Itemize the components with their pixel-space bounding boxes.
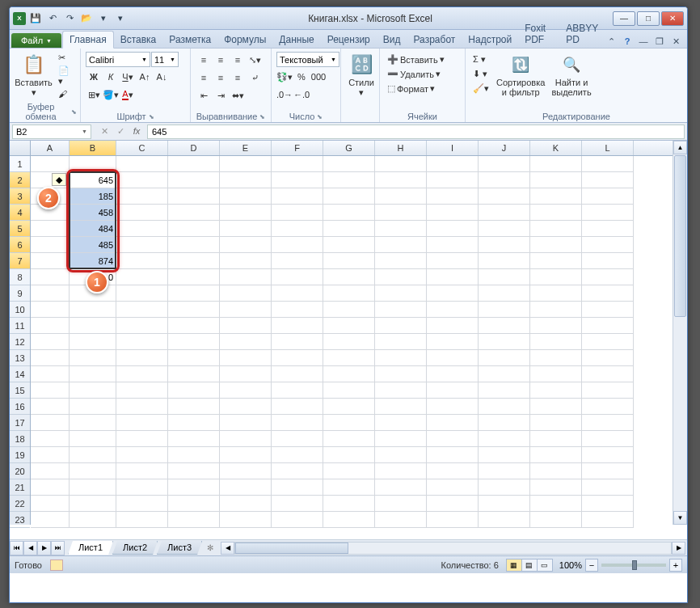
cell[interactable] [479, 334, 530, 350]
row-header[interactable]: 16 [10, 399, 30, 415]
cell[interactable] [220, 496, 272, 512]
cell[interactable] [427, 253, 479, 269]
row-header[interactable]: 2 [10, 172, 30, 188]
row-header[interactable]: 6 [10, 237, 30, 253]
cell[interactable] [116, 221, 168, 237]
cell[interactable] [427, 172, 479, 188]
row-header[interactable]: 1 [10, 156, 30, 172]
ribbon-tab-главная[interactable]: Главная [62, 31, 114, 49]
cell[interactable] [272, 382, 323, 399]
cell[interactable] [116, 318, 168, 334]
cell[interactable] [272, 431, 323, 447]
cell[interactable] [272, 172, 323, 188]
cell[interactable] [272, 447, 323, 463]
cell[interactable] [323, 447, 375, 463]
align-center-button[interactable]: ≡ [213, 70, 229, 86]
cell[interactable] [168, 237, 220, 253]
cell[interactable] [272, 285, 323, 302]
cell[interactable] [168, 415, 220, 431]
cell[interactable] [530, 172, 582, 188]
cell[interactable] [168, 172, 220, 188]
increase-decimal-button[interactable]: .0→ [276, 87, 293, 103]
cell[interactable] [530, 318, 582, 334]
cell[interactable] [530, 188, 582, 205]
enter-formula-icon[interactable]: ✓ [113, 126, 128, 137]
number-launcher-icon[interactable]: ⬊ [317, 113, 323, 120]
cancel-formula-icon[interactable]: ✕ [97, 126, 112, 137]
cell[interactable] [272, 253, 323, 269]
row-header[interactable]: 22 [10, 496, 30, 512]
cell[interactable] [582, 479, 634, 496]
insert-sheet-icon[interactable]: ✻ [201, 543, 219, 552]
cell[interactable] [427, 334, 479, 350]
cell[interactable] [427, 496, 479, 512]
cell[interactable] [116, 496, 168, 512]
cell[interactable] [323, 237, 375, 253]
cell[interactable] [116, 431, 168, 447]
font-color-button[interactable]: A▾ [120, 87, 136, 103]
cell[interactable] [375, 285, 427, 302]
cell[interactable] [530, 415, 582, 431]
cell[interactable] [220, 156, 272, 172]
cell[interactable] [116, 253, 168, 269]
cell[interactable] [375, 447, 427, 463]
cell[interactable] [70, 399, 116, 415]
cell[interactable] [479, 318, 530, 334]
close-workbook-icon[interactable]: ✕ [669, 35, 682, 48]
cell[interactable] [375, 318, 427, 334]
cell[interactable] [375, 415, 427, 431]
cell[interactable] [479, 496, 530, 512]
cell[interactable] [116, 479, 168, 496]
cell[interactable] [31, 302, 70, 318]
scroll-down-icon[interactable]: ▼ [673, 511, 687, 525]
cell[interactable] [582, 269, 634, 285]
cell[interactable]: 458 [70, 205, 116, 221]
cell[interactable] [530, 366, 582, 382]
cell[interactable] [116, 334, 168, 350]
cell[interactable] [582, 237, 634, 253]
cell[interactable] [427, 463, 479, 479]
qat-open-icon[interactable]: 📂 [79, 11, 94, 26]
cell[interactable] [479, 188, 530, 205]
align-top-button[interactable]: ≡ [196, 52, 212, 68]
cell[interactable] [530, 512, 582, 528]
cell[interactable] [479, 366, 530, 382]
decrease-font-button[interactable]: A↓ [154, 69, 170, 85]
align-right-button[interactable]: ≡ [230, 70, 246, 86]
cell[interactable] [168, 285, 220, 302]
row-header[interactable]: 10 [10, 302, 30, 318]
cell[interactable] [220, 285, 272, 302]
row-header[interactable]: 13 [10, 350, 30, 366]
cell[interactable] [220, 269, 272, 285]
autosum-button[interactable]: Σ ▾ [470, 53, 491, 65]
cell[interactable] [479, 399, 530, 415]
cell[interactable] [530, 334, 582, 350]
cell[interactable] [375, 172, 427, 188]
horizontal-scrollbar[interactable] [234, 542, 672, 555]
qat-save-icon[interactable]: 💾 [28, 11, 43, 26]
cell[interactable]: 185 [70, 188, 116, 205]
decrease-decimal-button[interactable]: ←.0 [293, 87, 310, 103]
row-header[interactable]: 18 [10, 431, 30, 447]
cell[interactable] [272, 237, 323, 253]
align-left-button[interactable]: ≡ [196, 70, 212, 86]
cell[interactable] [427, 415, 479, 431]
cell[interactable] [116, 188, 168, 205]
cell[interactable] [323, 221, 375, 237]
cell[interactable] [427, 188, 479, 205]
cell[interactable] [479, 221, 530, 237]
cell[interactable] [582, 447, 634, 463]
ribbon-tab-формулы[interactable]: Формулы [217, 32, 272, 48]
cell[interactable] [323, 172, 375, 188]
column-header[interactable]: F [272, 141, 323, 155]
cell[interactable] [323, 285, 375, 302]
cell[interactable] [220, 221, 272, 237]
hscroll-right-icon[interactable]: ▶ [672, 542, 685, 555]
row-header[interactable]: 17 [10, 415, 30, 431]
cell[interactable] [70, 156, 116, 172]
cell[interactable] [272, 366, 323, 382]
cell[interactable] [168, 156, 220, 172]
cell[interactable] [582, 253, 634, 269]
cell[interactable] [323, 431, 375, 447]
cell[interactable] [479, 237, 530, 253]
